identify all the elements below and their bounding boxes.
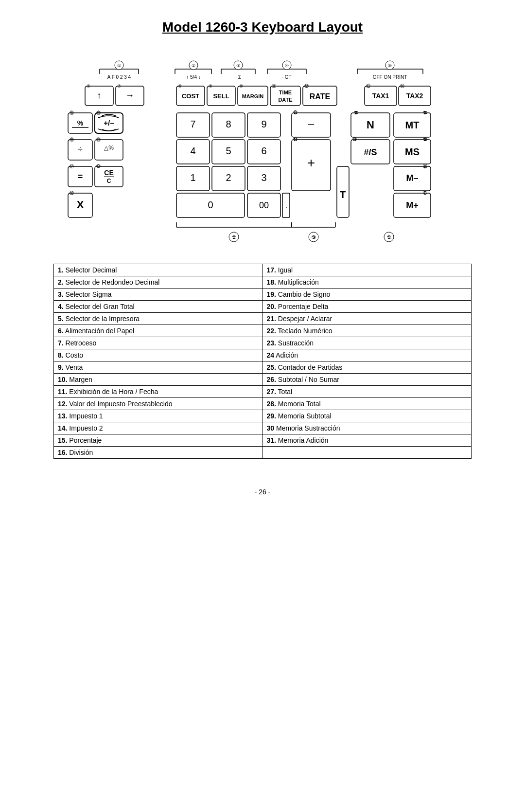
svg-text:N: N <box>367 119 374 131</box>
svg-text:OFF  ON  PRINT: OFF ON PRINT <box>373 74 407 80</box>
svg-text:=: = <box>78 172 83 181</box>
svg-text:MARGIN: MARGIN <box>242 93 264 99</box>
svg-text:⑰: ⑰ <box>70 164 74 169</box>
svg-text:A  F  0  2  3  4: A F 0 2 3 4 <box>107 74 131 80</box>
svg-text:㉔: ㉔ <box>312 235 316 240</box>
page-title: Model 1260-3 Keyboard Layout <box>29 19 496 35</box>
svg-text:⑦: ⑦ <box>117 84 121 89</box>
svg-text:㉓: ㉓ <box>293 110 298 115</box>
svg-text:㉚: ㉚ <box>423 164 427 169</box>
table-row: 2. Selector de Redondeo Decimal18. Multi… <box>54 276 472 289</box>
svg-text:⑫: ⑫ <box>304 84 309 89</box>
svg-text:△%: △% <box>104 144 114 151</box>
svg-text:㉒: ㉒ <box>232 235 236 240</box>
svg-text:⑩: ⑩ <box>239 84 243 89</box>
table-row: 12. Valor del Impuesto Preestablecido28.… <box>54 398 472 410</box>
svg-text:–: – <box>308 118 315 130</box>
table-row: 10. Margen26. Subtotal / No Sumar <box>54 374 472 386</box>
svg-text:.: . <box>285 201 287 210</box>
svg-text:+/–: +/– <box>104 119 114 127</box>
svg-text:TAX1: TAX1 <box>372 92 389 100</box>
svg-rect-45 <box>270 86 300 106</box>
svg-text:⑳: ⑳ <box>96 137 101 142</box>
svg-text:⑪: ⑪ <box>272 84 276 89</box>
svg-text:㉘: ㉘ <box>423 110 427 115</box>
table-row: 3. Selector Sigma19. Cambio de Signo <box>54 289 472 301</box>
svg-text:M–: M– <box>406 173 418 183</box>
svg-text:①: ① <box>117 63 121 68</box>
table-row: 1. Selector Decimal17. Igual <box>54 264 472 276</box>
svg-text:#/S: #/S <box>364 147 377 157</box>
table-row: 7. Retroceso23. Sustracción <box>54 337 472 349</box>
table-row: 9. Venta25. Contador de Partidas <box>54 361 472 374</box>
svg-text:↑  5/4  ↓: ↑ 5/4 ↓ <box>186 74 200 80</box>
table-row: 6. Alimentación del Papel22. Teclado Num… <box>54 325 472 337</box>
svg-text:1: 1 <box>190 172 195 183</box>
svg-text:↑: ↑ <box>97 90 102 100</box>
svg-text:TIME: TIME <box>279 90 292 95</box>
svg-text:㉑: ㉑ <box>96 164 101 169</box>
svg-text:㉔: ㉔ <box>293 137 298 142</box>
svg-text:5: 5 <box>226 145 231 156</box>
svg-text:C: C <box>107 178 111 184</box>
svg-text:⑬: ⑬ <box>366 84 370 89</box>
reference-table: 1. Selector Decimal17. Igual2. Selector … <box>53 264 472 459</box>
svg-text:%: % <box>77 119 84 127</box>
svg-text:MS: MS <box>405 146 420 157</box>
svg-text:⑥: ⑥ <box>87 84 90 89</box>
keyboard-diagram: A F 0 2 3 4 ↑ 5/4 ↓ · Σ · GT OFF ON PRIN… <box>53 54 472 264</box>
table-row: 8. Costo24 Adición <box>54 349 472 361</box>
svg-text:㉙: ㉙ <box>423 137 427 142</box>
svg-text:2: 2 <box>226 172 231 183</box>
svg-text:T: T <box>340 189 346 200</box>
table-row: 11. Exhibición de la Hora / Fecha27. Tot… <box>54 386 472 398</box>
svg-text:MT: MT <box>405 120 420 130</box>
svg-text:⑯: ⑯ <box>70 137 74 142</box>
svg-text:X: X <box>77 198 84 211</box>
svg-text:M+: M+ <box>406 200 419 210</box>
svg-text:⑲: ⑲ <box>96 110 101 115</box>
table-row: 15. Porcentaje31. Memoria Adición <box>54 434 472 447</box>
table-row: 4. Selector del Gran Total20. Porcentaje… <box>54 301 472 313</box>
svg-text:·    Σ: · Σ <box>235 74 241 80</box>
table-row: 5. Selector de la Impresora21. Despejar … <box>54 313 472 325</box>
svg-text:SELL: SELL <box>213 92 229 100</box>
svg-text:9: 9 <box>261 119 266 129</box>
svg-text:→: → <box>125 90 134 100</box>
svg-text:㉖: ㉖ <box>352 137 357 142</box>
svg-text:COST: COST <box>182 92 199 100</box>
svg-text:CE: CE <box>104 169 113 177</box>
svg-text:TAX2: TAX2 <box>406 92 423 100</box>
svg-text:7: 7 <box>190 119 195 129</box>
svg-text:㉗: ㉗ <box>387 235 391 240</box>
svg-text:00: 00 <box>259 200 269 210</box>
svg-text:8: 8 <box>226 119 231 129</box>
svg-text:⑱: ⑱ <box>70 191 74 196</box>
svg-text:4: 4 <box>190 145 195 156</box>
svg-text:RATE: RATE <box>310 92 331 101</box>
svg-text:·    GT: · GT <box>282 74 291 80</box>
table-row: 16. División <box>54 447 472 459</box>
svg-text:㉛: ㉛ <box>423 191 427 196</box>
svg-text:⑤: ⑤ <box>388 63 392 68</box>
svg-text:6: 6 <box>261 145 266 156</box>
svg-text:③: ③ <box>236 63 240 68</box>
table-row: 13. Impuesto 129. Memoria Subtotal <box>54 410 472 422</box>
svg-text:+: + <box>307 155 315 170</box>
svg-text:⑧: ⑧ <box>178 84 182 89</box>
svg-text:DATE: DATE <box>278 97 292 103</box>
svg-text:②: ② <box>192 63 195 68</box>
svg-text:㉕: ㉕ <box>354 110 358 115</box>
svg-text:⑨: ⑨ <box>209 84 212 89</box>
svg-text:0: 0 <box>208 199 213 210</box>
svg-text:3: 3 <box>261 172 266 183</box>
svg-text:⑭: ⑭ <box>400 84 404 89</box>
svg-text:④: ④ <box>285 63 289 68</box>
page-number: - 26 - <box>29 488 496 496</box>
table-row: 14. Impuesto 230 Memoria Sustracción <box>54 422 472 434</box>
svg-text:⑮: ⑮ <box>70 110 74 115</box>
svg-text:÷: ÷ <box>78 144 83 154</box>
